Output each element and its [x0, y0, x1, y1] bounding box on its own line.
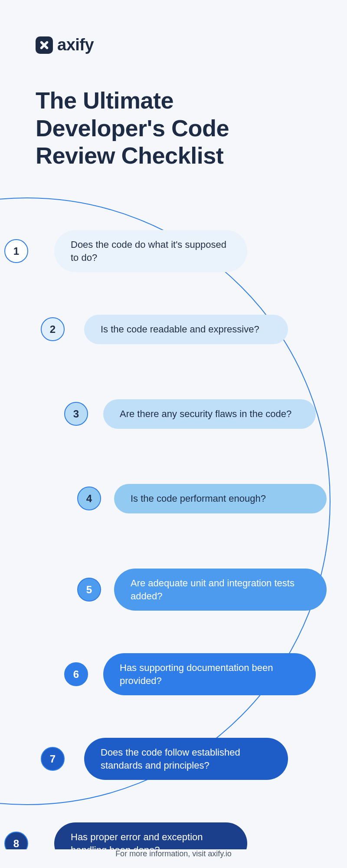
page-title: The Ultimate Developer's Code Review Che… — [36, 87, 287, 170]
item-number-badge: 7 — [41, 747, 65, 771]
footer-text: For more information, visit axify.io — [0, 849, 347, 868]
item-number-badge: 4 — [77, 487, 101, 510]
item-number-badge: 1 — [4, 239, 28, 263]
item-number-badge: 2 — [41, 317, 65, 341]
brand-name: axify — [57, 36, 94, 54]
checklist-item-5: 5 Are adequate unit and integration test… — [77, 569, 327, 611]
item-text-pill: Does the code follow established standar… — [84, 738, 288, 780]
checklist-item-1: 1 Does the code do what it's supposed to… — [4, 230, 247, 272]
item-text-pill: Is the code readable and expressive? — [84, 315, 288, 344]
item-text-pill: Are there any security flaws in the code… — [103, 399, 316, 429]
item-text-pill: Is the code performant enough? — [114, 484, 327, 513]
checklist-item-6: 6 Has supporting documentation been prov… — [64, 653, 316, 695]
checklist-item-4: 4 Is the code performant enough? — [77, 484, 327, 513]
logo-x-icon — [39, 39, 50, 51]
item-number-badge: 3 — [64, 402, 88, 426]
item-number-badge: 6 — [64, 662, 88, 686]
brand-logo-mark — [36, 36, 53, 54]
brand-logo: axify — [36, 36, 94, 54]
checklist-item-7: 7 Does the code follow established stand… — [41, 738, 288, 780]
checklist-item-2: 2 Is the code readable and expressive? — [41, 315, 288, 344]
item-text-pill: Has supporting documentation been provid… — [103, 653, 316, 695]
item-text-pill: Does the code do what it's supposed to d… — [54, 230, 247, 272]
item-text-pill: Are adequate unit and integration tests … — [114, 569, 327, 611]
checklist-item-3: 3 Are there any security flaws in the co… — [64, 399, 316, 429]
item-number-badge: 5 — [77, 578, 101, 602]
